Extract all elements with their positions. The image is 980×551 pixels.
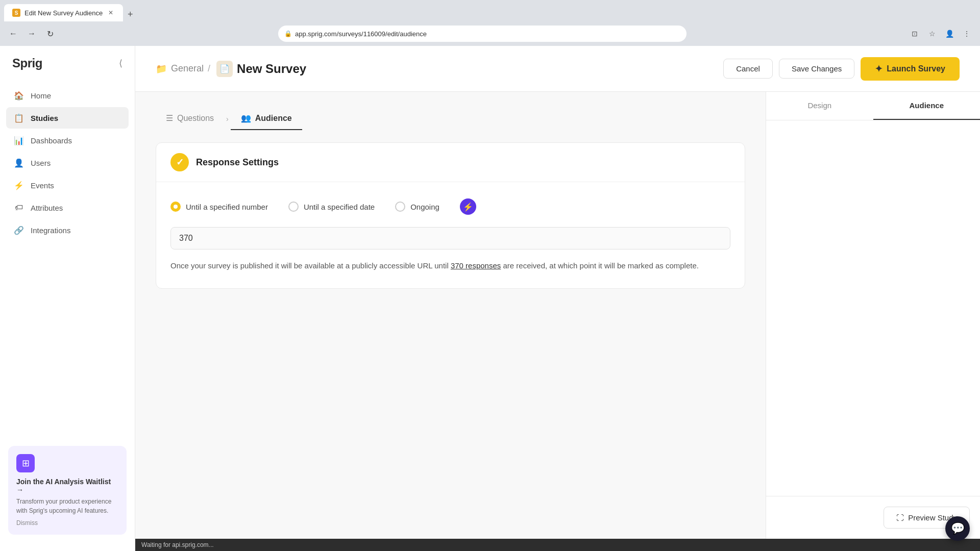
header-left: 📁 General / 📄 New Survey — [156, 61, 306, 77]
sidebar-item-label: Studies — [31, 114, 58, 122]
sidebar-item-label: Users — [31, 159, 51, 167]
radio-number-label: Until a specified number — [186, 203, 268, 211]
tab-design[interactable]: Design — [766, 92, 873, 120]
browser-chrome: S Edit New Survey Audience ✕ + ← → ↻ 🔒 a… — [0, 0, 980, 46]
collapse-sidebar-button[interactable]: ⟨ — [119, 58, 122, 69]
content-area: ☰ Questions › 👥 Audience ✓ Response Sett… — [135, 92, 980, 539]
header-actions: Cancel Save Changes ✦ Launch Survey — [723, 57, 960, 81]
users-icon: 👤 — [13, 157, 24, 168]
active-tab[interactable]: S Edit New Survey Audience ✕ — [4, 4, 123, 21]
back-button[interactable]: ← — [6, 27, 20, 41]
address-bar[interactable]: 🔒 app.sprig.com/surveys/116009/edit/audi… — [278, 26, 687, 42]
logo: Sprig — [12, 56, 42, 70]
breadcrumb: 📁 General / — [156, 63, 210, 74]
card-body: Until a specified number Until a specifi… — [156, 182, 745, 288]
radio-ongoing[interactable]: Ongoing — [395, 202, 439, 212]
radio-until-number[interactable]: Until a specified number — [170, 202, 268, 212]
card-header-title: Response Settings — [196, 157, 279, 168]
status-bar: Waiting for api.sprig.com... — [135, 539, 980, 551]
lightning-button[interactable]: ⚡ — [460, 198, 476, 215]
attributes-icon: 🏷 — [13, 202, 24, 213]
sidebar-item-label: Attributes — [31, 204, 63, 212]
questions-icon: ☰ — [166, 113, 173, 123]
save-changes-button[interactable]: Save Changes — [779, 59, 854, 79]
sidebar-item-label: Events — [31, 181, 54, 190]
page-header: 📁 General / 📄 New Survey Cancel Save Cha… — [135, 46, 980, 92]
integrations-icon: 🔗 — [13, 224, 24, 236]
breadcrumb-folder-icon: 📁 — [156, 63, 167, 74]
radio-date-label: Until a specified date — [304, 203, 375, 211]
main-content: 📁 General / 📄 New Survey Cancel Save Cha… — [135, 46, 980, 551]
browser-toolbar: ← → ↻ 🔒 app.sprig.com/surveys/116009/edi… — [0, 21, 980, 46]
sidebar-item-label: Home — [31, 91, 51, 100]
status-message: Waiting for api.sprig.com... — [141, 541, 214, 548]
lock-icon: 🔒 — [284, 30, 292, 37]
radio-date-circle[interactable] — [288, 202, 299, 212]
card-header-checkmark-icon: ✓ — [170, 153, 189, 171]
sidebar-item-home[interactable]: 🏠 Home — [6, 85, 129, 106]
right-panel: Design Audience ⛶ Preview Study — [766, 92, 980, 539]
tab-audience-right[interactable]: Audience — [873, 92, 981, 120]
dashboards-icon: 📊 — [13, 135, 24, 146]
home-icon: 🏠 — [13, 90, 24, 101]
radio-ongoing-label: Ongoing — [410, 203, 439, 211]
breadcrumb-separator: / — [208, 63, 210, 74]
responses-link[interactable]: 370 responses — [451, 261, 501, 270]
ai-banner-text: Transform your product experience with S… — [16, 497, 118, 515]
questions-tab-label: Questions — [177, 114, 214, 123]
desc-post: are received, at which point it will be … — [501, 261, 699, 270]
radio-options: Until a specified number Until a specifi… — [170, 198, 730, 215]
survey-badge: 📄 New Survey — [216, 61, 306, 77]
sidebar-item-studies[interactable]: 📋 Studies — [6, 107, 129, 129]
launch-icon: ✦ — [875, 63, 883, 74]
ai-banner-title[interactable]: Join the AI Analysis Waitlist → — [16, 478, 118, 494]
reload-button[interactable]: ↻ — [43, 27, 57, 41]
tab-favicon: S — [12, 9, 20, 17]
audience-icon: 👥 — [241, 113, 251, 123]
sidebar-item-events[interactable]: ⚡ Events — [6, 174, 129, 196]
new-tab-button[interactable]: + — [123, 7, 137, 21]
survey-title: New Survey — [237, 62, 306, 76]
sidebar-item-integrations[interactable]: 🔗 Integrations — [6, 219, 129, 241]
response-settings-card: ✓ Response Settings Until a specified nu… — [156, 142, 745, 289]
response-description: Once your survey is published it will be… — [170, 260, 730, 272]
toolbar-actions: ⊡ ☆ 👤 ⋮ — [908, 27, 974, 41]
launch-survey-button[interactable]: ✦ Launch Survey — [861, 57, 960, 81]
tab-title: Edit New Survey Audience — [24, 9, 103, 17]
response-number-input[interactable] — [170, 227, 730, 249]
bookmark-icon[interactable]: ☆ — [925, 27, 939, 41]
sidebar-item-attributes[interactable]: 🏷 Attributes — [6, 197, 129, 218]
desc-pre: Once your survey is published it will be… — [170, 261, 451, 270]
cast-icon[interactable]: ⊡ — [908, 27, 922, 41]
radio-ongoing-circle[interactable] — [395, 202, 405, 212]
tab-arrow: › — [226, 115, 229, 123]
app-layout: Sprig ⟨ 🏠 Home 📋 Studies 📊 Dashboards 👤 … — [0, 46, 980, 551]
sidebar-item-users[interactable]: 👤 Users — [6, 152, 129, 173]
survey-badge-icon: 📄 — [216, 61, 233, 77]
forward-button[interactable]: → — [24, 27, 39, 41]
sidebar-item-dashboards[interactable]: 📊 Dashboards — [6, 130, 129, 151]
right-panel-body — [766, 120, 980, 496]
url-text: app.sprig.com/surveys/116009/edit/audien… — [295, 30, 427, 38]
card-header: ✓ Response Settings — [156, 143, 745, 182]
cancel-button[interactable]: Cancel — [723, 59, 773, 79]
radio-number-circle[interactable] — [170, 202, 181, 212]
tab-questions[interactable]: ☰ Questions — [156, 107, 224, 130]
tab-audience[interactable]: 👥 Audience — [231, 107, 302, 130]
menu-icon[interactable]: ⋮ — [960, 27, 974, 41]
browser-tabs: S Edit New Survey Audience ✕ + — [0, 0, 980, 21]
sidebar-logo-area: Sprig ⟨ — [0, 56, 135, 85]
events-icon: ⚡ — [13, 180, 24, 191]
chat-bubble-button[interactable]: 💬 — [945, 516, 970, 541]
tab-close-button[interactable]: ✕ — [107, 9, 115, 17]
ai-dismiss-button[interactable]: Dismiss — [16, 519, 118, 527]
radio-until-date[interactable]: Until a specified date — [288, 202, 375, 212]
right-panel-tabs: Design Audience — [766, 92, 980, 120]
sidebar-item-label: Dashboards — [31, 136, 72, 145]
breadcrumb-label: General — [171, 63, 204, 74]
sidebar-nav: 🏠 Home 📋 Studies 📊 Dashboards 👤 Users ⚡ … — [0, 85, 135, 440]
survey-editor: ☰ Questions › 👥 Audience ✓ Response Sett… — [135, 92, 766, 539]
launch-label: Launch Survey — [887, 64, 945, 73]
editor-tabs: ☰ Questions › 👥 Audience — [156, 107, 745, 130]
profile-icon[interactable]: 👤 — [942, 27, 957, 41]
